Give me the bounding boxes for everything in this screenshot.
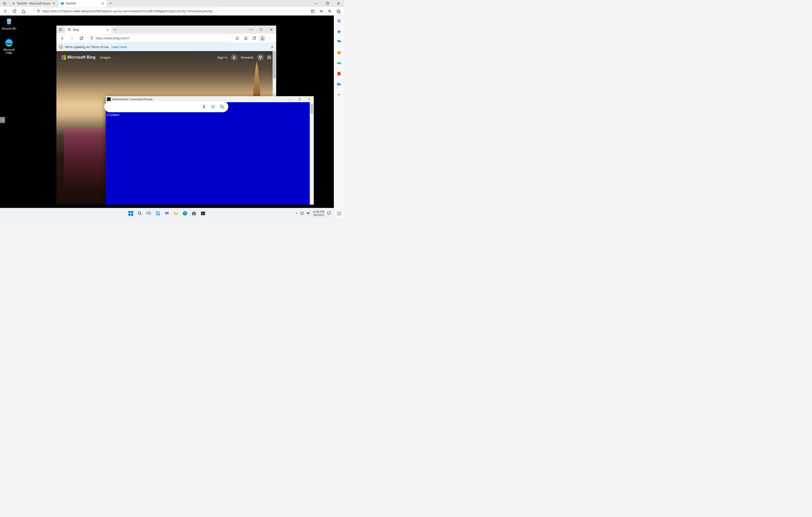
svg-rect-7 bbox=[311, 10, 314, 13]
inner-tab-actions-button[interactable] bbox=[56, 28, 65, 32]
inner-window-minimize[interactable]: — bbox=[246, 26, 256, 34]
bing-nav-images[interactable]: Images bbox=[100, 56, 111, 59]
inner-window-close[interactable]: ✕ bbox=[266, 26, 276, 34]
bing-search-input[interactable] bbox=[107, 105, 198, 109]
edge-taskbar-button[interactable] bbox=[181, 210, 188, 217]
svg-rect-44 bbox=[194, 213, 195, 214]
outer-window-maximize[interactable] bbox=[322, 0, 333, 7]
tray-overflow-icon[interactable] bbox=[295, 212, 298, 215]
rewards-trophy-icon[interactable] bbox=[257, 54, 264, 61]
inner-favorites-button[interactable] bbox=[242, 35, 250, 42]
outer-new-tab-button[interactable]: + bbox=[107, 1, 114, 6]
azure-favicon: A bbox=[12, 2, 15, 5]
sidebar-search-icon[interactable] bbox=[336, 18, 342, 24]
sidebar-games-icon[interactable] bbox=[336, 60, 342, 66]
home-button[interactable] bbox=[20, 7, 28, 15]
notifications-button[interactable] bbox=[327, 211, 331, 216]
task-view-button[interactable] bbox=[145, 210, 152, 217]
bing-rewards-link[interactable]: Rewards bbox=[241, 56, 254, 59]
bing-signin-link[interactable]: Sign in bbox=[217, 56, 227, 59]
inner-tab-title: Bing bbox=[73, 28, 79, 32]
cmd-terminal-body[interactable]: Microsoft Windows [Version 10.0.22000.79… bbox=[106, 102, 314, 205]
bing-search-box[interactable] bbox=[104, 101, 228, 112]
svg-point-9 bbox=[339, 11, 340, 13]
close-tab-icon[interactable]: ✕ bbox=[101, 1, 104, 5]
svg-rect-5 bbox=[326, 3, 328, 5]
sidebar-settings-icon[interactable] bbox=[336, 210, 342, 216]
desktop-icon-edge[interactable]: Microsoft Edge bbox=[0, 38, 18, 54]
cmd-minimize[interactable]: — bbox=[285, 96, 295, 102]
cmd-close[interactable]: ✕ bbox=[304, 96, 314, 102]
tab-actions-button[interactable] bbox=[0, 2, 9, 5]
voice-search-icon[interactable] bbox=[201, 104, 207, 109]
taskbar-datetime[interactable]: 11:06 PM 8/5/2022 bbox=[313, 210, 324, 217]
tray-volume-icon[interactable] bbox=[306, 211, 310, 216]
tray-network-icon[interactable] bbox=[300, 211, 304, 216]
widgets-button[interactable] bbox=[154, 210, 162, 217]
read-aloud-icon[interactable] bbox=[317, 7, 325, 15]
info-bar-close[interactable]: ✕ bbox=[271, 45, 274, 49]
svg-point-22 bbox=[212, 106, 214, 108]
desktop-icon-recycle-bin[interactable]: Recycle Bin bbox=[0, 17, 18, 30]
lock-icon bbox=[90, 36, 94, 40]
svg-rect-47 bbox=[201, 212, 205, 215]
outer-tab-azure[interactable]: A TestVM - Microsoft Azure ✕ bbox=[9, 0, 58, 7]
remote-desktop-canvas[interactable]: Recycle Bin Microsoft Edge » Bing ✕ + — … bbox=[0, 16, 334, 208]
bastion-expand-handle[interactable]: » bbox=[0, 117, 5, 123]
cmd-scrollbar[interactable] bbox=[310, 102, 314, 205]
sidebar-discover-icon[interactable] bbox=[336, 29, 342, 35]
bing-nav-more[interactable]: ··· bbox=[115, 56, 120, 59]
outer-tab-testvm[interactable]: TestVM ✕ bbox=[58, 0, 107, 7]
sidebar-shopping-icon[interactable] bbox=[336, 39, 342, 45]
inner-collections-button[interactable] bbox=[251, 35, 258, 42]
inner-profile-avatar[interactable] bbox=[259, 35, 266, 41]
file-explorer-button[interactable] bbox=[172, 210, 179, 217]
outer-window-minimize[interactable]: — bbox=[311, 0, 322, 7]
sidebar-outlook-icon[interactable] bbox=[336, 81, 342, 87]
svg-rect-15 bbox=[260, 29, 262, 31]
lock-icon bbox=[36, 9, 40, 13]
outer-tab-azure-title: TestVM - Microsoft Azure bbox=[17, 2, 50, 5]
outer-window-close[interactable]: ✕ bbox=[333, 0, 344, 7]
bing-logo[interactable]: Microsoft Bing bbox=[61, 55, 95, 60]
inner-more-menu-button[interactable]: ··· bbox=[267, 35, 274, 42]
store-button[interactable] bbox=[191, 210, 198, 217]
favorite-star-icon[interactable] bbox=[334, 7, 342, 15]
zoom-icon[interactable] bbox=[326, 7, 334, 15]
signin-avatar-icon[interactable] bbox=[231, 54, 237, 61]
svg-rect-6 bbox=[37, 10, 39, 12]
visual-search-icon[interactable] bbox=[210, 104, 216, 109]
bing-hamburger-menu[interactable] bbox=[267, 56, 271, 59]
inner-address-bar[interactable]: https://www.bing.com/# bbox=[87, 35, 232, 42]
microsoft-logo-icon bbox=[61, 55, 66, 60]
inner-tab-bing[interactable]: Bing ✕ bbox=[65, 26, 111, 34]
sidebar-office-icon[interactable] bbox=[336, 71, 342, 77]
terminal-taskbar-button[interactable] bbox=[200, 210, 206, 217]
taskbar-time: 11:06 PM bbox=[313, 210, 324, 213]
svg-rect-42 bbox=[192, 212, 196, 215]
svg-rect-37 bbox=[156, 211, 157, 213]
search-submit-icon[interactable] bbox=[219, 104, 225, 109]
desktop-icon-label: Microsoft Edge bbox=[0, 48, 18, 54]
inner-new-tab-button[interactable]: + bbox=[111, 27, 118, 32]
close-tab-icon[interactable]: ✕ bbox=[52, 1, 55, 5]
inner-favorite-star-icon[interactable] bbox=[234, 35, 241, 42]
svg-rect-21 bbox=[203, 105, 204, 107]
close-tab-icon[interactable]: ✕ bbox=[106, 28, 109, 32]
inner-back-button[interactable] bbox=[58, 35, 66, 42]
inner-window-maximize[interactable] bbox=[256, 26, 266, 34]
info-bar-text: We're updating our Terms of Use. bbox=[65, 45, 110, 49]
translate-icon[interactable] bbox=[309, 7, 317, 15]
outer-address-bar[interactable]: https://bst-c375b4cb-e48d-b6ba3dc52fbf.b… bbox=[34, 8, 218, 15]
outer-tab-testvm-title: TestVM bbox=[66, 2, 76, 5]
sidebar-tools-icon[interactable] bbox=[336, 50, 342, 56]
back-button[interactable] bbox=[1, 7, 9, 15]
info-bar-link[interactable]: Learn more bbox=[112, 45, 127, 49]
sidebar-add-icon[interactable]: + bbox=[336, 92, 342, 98]
taskbar-search-button[interactable] bbox=[136, 210, 143, 217]
refresh-button[interactable] bbox=[10, 7, 19, 15]
cmd-maximize[interactable] bbox=[295, 96, 304, 102]
inner-refresh-button[interactable] bbox=[78, 35, 85, 42]
chat-button[interactable] bbox=[164, 210, 170, 217]
start-button[interactable] bbox=[127, 210, 134, 217]
